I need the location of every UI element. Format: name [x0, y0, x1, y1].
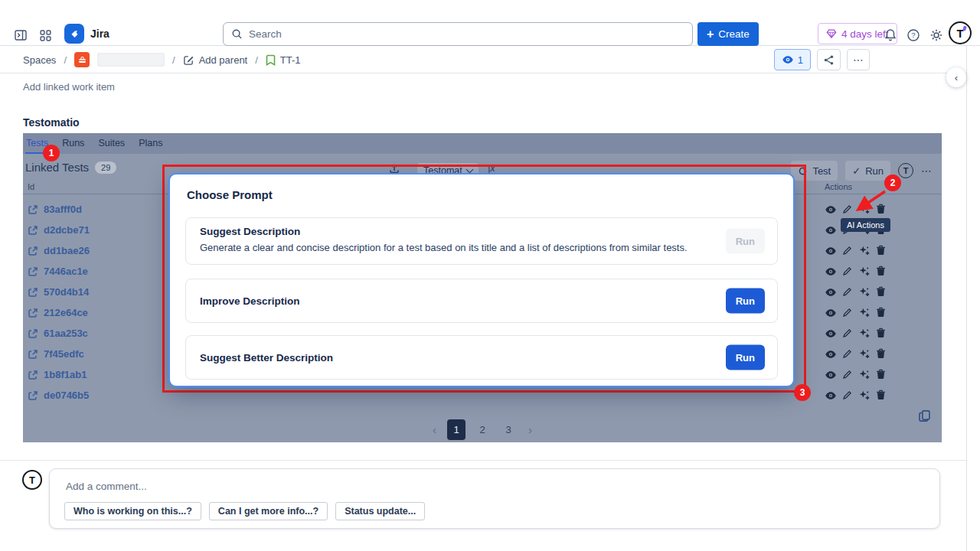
- add-test-button[interactable]: Test: [791, 161, 838, 181]
- help-icon[interactable]: ?: [903, 25, 923, 45]
- delete-test-icon[interactable]: [875, 266, 887, 278]
- view-test-icon[interactable]: [825, 224, 837, 236]
- test-actions-row: [825, 282, 887, 302]
- breadcrumb-add-parent[interactable]: Add parent: [183, 54, 248, 66]
- user-avatar[interactable]: T: [949, 21, 972, 44]
- jira-logo[interactable]: [64, 24, 84, 44]
- edit-test-icon[interactable]: [841, 369, 854, 381]
- prompt-card: Suggest DescriptionGenerate a clear and …: [185, 217, 778, 265]
- breadcrumb-spaces[interactable]: Spaces: [23, 54, 56, 66]
- sidebar-toggle-icon[interactable]: [11, 25, 31, 45]
- delete-test-icon[interactable]: [875, 286, 887, 298]
- panel-more-icon[interactable]: ⋯: [921, 165, 933, 177]
- test-id-link[interactable]: de0746b5: [28, 385, 90, 406]
- quick-reply-chip[interactable]: Who is working on this...?: [64, 502, 201, 520]
- comment-separator: [0, 460, 966, 461]
- create-button[interactable]: + Create: [697, 22, 759, 46]
- code-icon[interactable]: |x: [488, 163, 495, 174]
- view-test-icon[interactable]: [825, 286, 837, 298]
- ai-actions-icon[interactable]: [858, 348, 871, 360]
- next-page-icon[interactable]: ›: [525, 423, 535, 436]
- test-actions-row: [825, 323, 887, 344]
- collapse-panel-button[interactable]: ‹: [946, 67, 966, 87]
- view-test-icon[interactable]: [825, 328, 837, 340]
- edit-test-icon[interactable]: [841, 328, 854, 340]
- ai-actions-icon[interactable]: [858, 369, 871, 381]
- external-link-icon: [28, 287, 38, 298]
- delete-test-icon[interactable]: [875, 348, 887, 360]
- delete-test-icon[interactable]: [875, 307, 887, 319]
- copy-icon[interactable]: [918, 409, 931, 422]
- run-prompt-button[interactable]: Run: [726, 229, 765, 254]
- quick-reply-chip[interactable]: Can I get more info...?: [209, 502, 328, 520]
- svg-text:?: ?: [911, 31, 915, 39]
- edit-test-icon[interactable]: [841, 307, 854, 319]
- edit-test-icon[interactable]: [841, 245, 854, 257]
- run-prompt-button[interactable]: Run: [726, 289, 765, 314]
- page-1[interactable]: 1: [447, 419, 466, 440]
- testomat-logo[interactable]: T: [898, 163, 913, 178]
- delete-test-icon[interactable]: [875, 328, 887, 340]
- external-link-icon: [28, 266, 38, 277]
- run-tests-button[interactable]: ✓ Run: [845, 161, 890, 181]
- app-switcher-icon[interactable]: [35, 25, 55, 45]
- test-id-link[interactable]: d2dcbe71: [28, 220, 90, 240]
- test-id-link[interactable]: dd1bae26: [28, 240, 90, 261]
- notifications-bell-icon[interactable]: [880, 25, 900, 45]
- view-test-icon[interactable]: [825, 266, 837, 278]
- edit-test-icon[interactable]: [841, 266, 854, 278]
- ai-actions-icon[interactable]: [858, 390, 871, 402]
- test-id-link[interactable]: 7446ac1e: [28, 261, 90, 282]
- delete-test-icon[interactable]: [875, 369, 887, 381]
- test-id-link[interactable]: 83afff0d: [28, 199, 90, 220]
- ai-actions-icon[interactable]: [858, 307, 871, 319]
- page-2[interactable]: 2: [473, 419, 492, 440]
- breadcrumb-work-item[interactable]: TT-1: [266, 54, 301, 66]
- watchers-button[interactable]: 1: [774, 49, 811, 70]
- tab-runs[interactable]: Runs: [61, 134, 85, 154]
- bookmark-icon: [266, 54, 276, 66]
- page-3[interactable]: 3: [499, 419, 518, 440]
- ai-actions-icon[interactable]: [858, 286, 871, 298]
- external-link-icon: [28, 308, 38, 318]
- view-test-icon[interactable]: [825, 245, 837, 257]
- annotation-step-1: 1: [43, 145, 60, 161]
- delete-test-icon[interactable]: [875, 245, 887, 257]
- test-id-link[interactable]: 7f45edfc: [28, 344, 90, 364]
- run-prompt-button[interactable]: Run: [726, 345, 765, 370]
- edit-test-icon[interactable]: [841, 390, 854, 402]
- view-test-icon[interactable]: [825, 307, 837, 319]
- prev-page-icon[interactable]: ‹: [430, 423, 439, 436]
- ai-actions-tooltip: AI Actions: [841, 218, 890, 232]
- test-id-link[interactable]: 1b8f1ab1: [28, 364, 90, 385]
- external-link-icon: [28, 204, 38, 215]
- add-linked-work-item[interactable]: Add linked work item: [23, 81, 115, 93]
- panel-divider: [966, 46, 967, 551]
- share-button[interactable]: [817, 49, 841, 70]
- view-test-icon[interactable]: [825, 204, 837, 216]
- import-icon[interactable]: [389, 163, 400, 174]
- breadcrumb-separator: /: [255, 54, 258, 66]
- edit-test-icon[interactable]: [841, 348, 854, 360]
- test-id-link[interactable]: 212e64ce: [28, 302, 90, 323]
- view-test-icon[interactable]: [825, 369, 837, 381]
- test-id-link[interactable]: 61aa253c: [28, 323, 90, 344]
- search-input[interactable]: [249, 28, 647, 40]
- edit-test-icon[interactable]: [841, 286, 854, 298]
- external-link-icon: [28, 370, 38, 380]
- ai-actions-icon[interactable]: [858, 245, 871, 257]
- settings-gear-icon[interactable]: [926, 25, 946, 45]
- test-id-link[interactable]: 570d4b14: [28, 282, 90, 302]
- project-icon[interactable]: [74, 52, 90, 67]
- delete-test-icon[interactable]: [875, 390, 887, 402]
- tab-plans[interactable]: Plans: [138, 134, 163, 154]
- tab-suites[interactable]: Suites: [97, 134, 126, 154]
- quick-reply-chip[interactable]: Status update...: [335, 502, 425, 520]
- ai-actions-icon[interactable]: [858, 328, 871, 340]
- ai-actions-icon[interactable]: [858, 266, 871, 278]
- view-test-icon[interactable]: [825, 348, 837, 360]
- more-actions-button[interactable]: ⋯: [847, 49, 870, 70]
- comment-box[interactable]: Add a comment... Who is working on this.…: [49, 468, 940, 529]
- view-test-icon[interactable]: [825, 390, 837, 402]
- global-search[interactable]: [223, 22, 693, 46]
